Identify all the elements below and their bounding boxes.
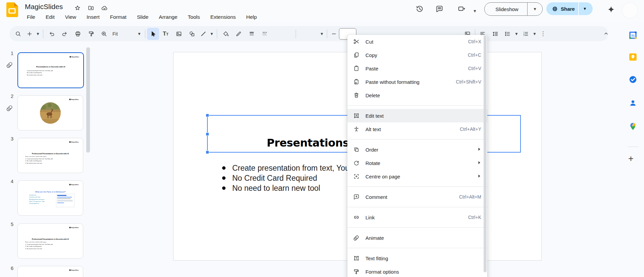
rail-divider: [628, 147, 638, 147]
share-button[interactable]: Share ▼: [546, 2, 593, 15]
text-box-tool-icon[interactable]: TT: [159, 28, 172, 40]
more-options-icon[interactable]: ⋮: [538, 28, 548, 40]
line-tool-icon[interactable]: [198, 28, 208, 40]
context-menu-item[interactable]: Paste Ctrl+V: [347, 62, 487, 75]
select-tool-icon[interactable]: [147, 28, 159, 40]
center-on-page-icon: [353, 173, 360, 180]
shape-tool-icon[interactable]: [185, 28, 198, 40]
star-icon[interactable]: [74, 4, 81, 12]
menu-item-label: Paste: [365, 66, 461, 71]
context-menu-item[interactable]: Format options: [347, 265, 487, 277]
insert-image-tool-icon[interactable]: [172, 28, 185, 40]
slide-thumbnail-2[interactable]: MagicSlides: [17, 95, 83, 130]
context-menu-item[interactable]: Link Ctrl+K: [347, 211, 487, 224]
slide-thumbnail-6[interactable]: MagicSlides: [17, 266, 83, 277]
border-color-icon[interactable]: [232, 28, 245, 40]
share-dropdown[interactable]: ▼: [578, 2, 591, 15]
tasks-icon[interactable]: [629, 75, 637, 84]
menubar-item[interactable]: Extensions: [210, 13, 237, 21]
context-menu-item[interactable]: Alt text Ctrl+Alt+Y: [347, 122, 487, 136]
cloud-saved-icon[interactable]: [101, 4, 108, 12]
calendar-icon[interactable]: 31: [629, 31, 637, 40]
resize-handle[interactable]: [206, 132, 209, 136]
fill-color-icon[interactable]: [219, 28, 232, 40]
print-icon[interactable]: [71, 28, 84, 40]
slide-number: 2: [5, 94, 13, 99]
font-family-select[interactable]: [298, 29, 318, 39]
menubar-item[interactable]: Edit: [45, 13, 55, 21]
context-menu-item[interactable]: Animate: [347, 231, 487, 244]
numbered-list-icon[interactable]: 123: [520, 28, 531, 40]
context-menu-item[interactable]: Comment Ctrl+Alt+M: [347, 190, 487, 204]
magicslides-mini-logo-icon: [69, 99, 70, 100]
menubar-item[interactable]: Arrange: [158, 13, 178, 21]
copy-icon: [353, 51, 360, 59]
menubar-item[interactable]: File: [26, 13, 36, 21]
context-menu-item[interactable]: A Edit text: [347, 109, 487, 122]
animations-badge-icon[interactable]: [6, 61, 14, 69]
camera-dropdown-icon[interactable]: ▼: [470, 7, 479, 15]
hide-menus-icon[interactable]: [599, 27, 612, 40]
search-menus-icon[interactable]: [11, 28, 24, 40]
move-folder-icon[interactable]: [87, 4, 95, 12]
contacts-icon[interactable]: [629, 99, 637, 107]
context-menu-item[interactable]: Copy Ctrl+C: [347, 48, 487, 62]
comments-icon[interactable]: [435, 4, 444, 13]
menubar-item[interactable]: Format: [109, 13, 127, 21]
bulleted-list-dropdown-icon[interactable]: ▼: [513, 28, 520, 40]
redo-icon[interactable]: [58, 28, 71, 40]
slide-thumbnail-3[interactable]: MagicSlides Professional Presentations i…: [17, 138, 83, 173]
border-weight-icon[interactable]: [245, 28, 258, 40]
slides-logo-icon[interactable]: [6, 2, 18, 17]
keep-icon[interactable]: [629, 53, 637, 61]
menubar-item[interactable]: Insert: [86, 13, 100, 21]
context-menu-item[interactable]: Rotate: [347, 156, 487, 170]
slideshow-dropdown[interactable]: ▼: [527, 3, 542, 15]
fit-dropdown-icon: ▼: [137, 32, 141, 36]
slideshow-button[interactable]: Slideshow ▼: [484, 2, 543, 16]
get-add-ons-icon[interactable]: +: [628, 154, 634, 164]
account-avatar[interactable]: [622, 3, 638, 18]
menubar-item[interactable]: Slide: [136, 13, 149, 21]
maps-icon[interactable]: [629, 122, 637, 131]
document-title[interactable]: MagicSlides: [25, 3, 63, 11]
menubar-item[interactable]: Help: [246, 13, 258, 21]
new-slide-dropdown-icon[interactable]: ▼: [35, 28, 41, 40]
undo-icon[interactable]: [45, 28, 58, 40]
version-history-icon[interactable]: [415, 4, 424, 13]
thumb-title: Professional Presentations in Seconds wi…: [18, 238, 83, 240]
font-dropdown-icon[interactable]: ▼: [318, 28, 325, 40]
bulleted-list-icon[interactable]: [502, 28, 513, 40]
animations-badge-icon[interactable]: [6, 104, 14, 112]
new-slide-icon[interactable]: [24, 28, 35, 40]
context-menu-item[interactable]: Centre on page: [347, 170, 487, 183]
paint-format-icon[interactable]: [84, 28, 97, 40]
slide-thumbnail-5[interactable]: MagicSlides Professional Presentations i…: [17, 223, 83, 259]
slide-thumbnail-4[interactable]: MagicSlides What are the Parts of a WebQ…: [17, 180, 83, 216]
context-menu-item[interactable]: T Text fitting: [347, 252, 487, 265]
decrease-font-size-icon[interactable]: [329, 28, 339, 40]
line-dropdown-icon[interactable]: ▼: [208, 28, 215, 40]
context-menu-item[interactable]: Delete: [347, 89, 487, 102]
context-menu-item[interactable]: Paste without formatting Ctrl+Shift+V: [347, 75, 487, 89]
filmstrip-scrollbar[interactable]: [86, 47, 90, 153]
thumb-title: Professional Presentations in Seconds wi…: [18, 153, 83, 155]
context-menu-item[interactable]: Cut Ctrl+X: [347, 35, 487, 48]
menubar-item[interactable]: Tools: [187, 13, 201, 21]
zoom-fit-select[interactable]: Fit ▼: [110, 28, 143, 40]
context-menu-item[interactable]: Order: [347, 143, 487, 156]
resize-handle[interactable]: [206, 151, 209, 154]
menubar-item[interactable]: View: [64, 13, 77, 21]
context-menu-scrollbar[interactable]: [484, 36, 487, 272]
gemini-sparkle-icon[interactable]: [607, 5, 615, 14]
meet-camera-icon[interactable]: [457, 4, 466, 13]
slide-thumbnail-1[interactable]: MagicSlides Presentations in Seconds wit…: [17, 52, 84, 88]
resize-handle[interactable]: [206, 114, 209, 117]
line-spacing-icon[interactable]: [489, 28, 502, 40]
zoom-icon[interactable]: [97, 28, 110, 40]
menu-item-label: Paste without formatting: [365, 79, 449, 85]
numbered-list-dropdown-icon[interactable]: ▼: [531, 28, 538, 40]
border-dash-icon[interactable]: [258, 28, 271, 40]
thumb-text-panel: [56, 194, 75, 207]
toolbar-separator: [145, 30, 145, 38]
